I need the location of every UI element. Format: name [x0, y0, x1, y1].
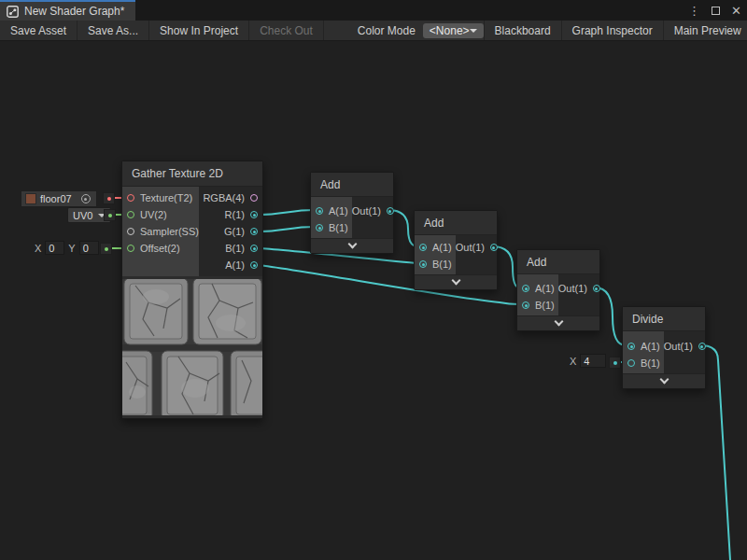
- port-a-input[interactable]: [419, 244, 427, 251]
- node-gather-texture-2d[interactable]: Gather Texture 2D Texture(T2) UV(2) Samp…: [121, 161, 263, 419]
- node-add-2[interactable]: Add A(1) B(1) Out(1): [414, 210, 498, 290]
- port-out-output[interactable]: [490, 244, 498, 251]
- check-out-button: Check Out: [249, 21, 324, 40]
- port-b-input[interactable]: [522, 301, 529, 309]
- divisor-float-widget: X 4: [566, 354, 606, 368]
- tab-bar: New Shader Graph* ⋮ ✕: [0, 0, 747, 21]
- shader-graph-canvas[interactable]: floor07 UV0 X 0 Y 0 X 4 Gather Texture 2…: [0, 0, 747, 560]
- save-asset-button[interactable]: Save Asset: [0, 21, 78, 40]
- preview-toggle[interactable]: [415, 274, 497, 289]
- port-out-output[interactable]: [698, 343, 706, 350]
- port-sampler-input[interactable]: [127, 228, 134, 235]
- port-b-input[interactable]: [316, 224, 323, 231]
- chevron-down-icon: [347, 240, 357, 249]
- node-divide[interactable]: Divide A(1) B(1) Out(1): [622, 306, 706, 389]
- port-a-input[interactable]: [316, 207, 323, 215]
- texture-asset-widget[interactable]: floor07: [21, 190, 97, 207]
- shader-graph-icon: [7, 6, 19, 18]
- offset-y-field[interactable]: 0: [79, 241, 99, 255]
- port-uv-input[interactable]: [127, 211, 134, 218]
- offset-vector2-widget: X 0 Y 0: [31, 241, 99, 255]
- graph-inspector-button[interactable]: Graph Inspector: [561, 21, 663, 40]
- color-mode-label: Color Mode: [350, 21, 423, 40]
- node-title[interactable]: Divide: [623, 307, 705, 331]
- save-as-button[interactable]: Save As...: [78, 21, 149, 40]
- port-rgba-output[interactable]: [250, 194, 258, 202]
- node-title[interactable]: Gather Texture 2D: [122, 161, 262, 187]
- edge-g-add1b[interactable]: [259, 227, 314, 231]
- offset-x-label: X: [35, 243, 41, 254]
- port-r-output[interactable]: [250, 211, 258, 218]
- texture-asset-name: floor07: [40, 193, 72, 204]
- object-picker-icon[interactable]: [81, 194, 91, 203]
- port-b-input[interactable]: [419, 260, 427, 268]
- uv-channel-value: UV0: [73, 210, 92, 221]
- more-options-icon[interactable]: ⋮: [688, 4, 700, 18]
- offset-connector[interactable]: [100, 243, 112, 255]
- color-mode-dropdown[interactable]: <None>: [423, 23, 484, 38]
- port-a-input[interactable]: [627, 343, 635, 350]
- texture-connector[interactable]: [103, 192, 115, 204]
- node-title[interactable]: Add: [517, 250, 599, 274]
- port-g-output[interactable]: [250, 228, 258, 235]
- port-out-output[interactable]: [387, 207, 394, 215]
- edge-layer: [0, 0, 747, 560]
- node-title[interactable]: Add: [415, 211, 497, 235]
- port-a-output[interactable]: [250, 261, 258, 269]
- tab-title: New Shader Graph*: [24, 5, 124, 18]
- color-mode-value: <None>: [430, 24, 470, 37]
- divisor-field[interactable]: 4: [580, 354, 606, 368]
- toolbar: Save Asset Save As... Show In Project Ch…: [0, 21, 747, 41]
- close-icon[interactable]: ✕: [731, 4, 741, 18]
- chevron-down-icon: [470, 29, 477, 33]
- chevron-down-icon: [554, 317, 563, 327]
- window-chrome: New Shader Graph* ⋮ ✕ Save Asset Save As…: [0, 0, 747, 41]
- offset-x-field[interactable]: 0: [45, 241, 64, 255]
- port-offset-input[interactable]: [127, 245, 134, 252]
- uv-connector[interactable]: [104, 209, 116, 221]
- node-title[interactable]: Add: [311, 173, 393, 197]
- chevron-down-icon: [451, 276, 460, 286]
- texture-preview: [122, 276, 262, 418]
- divisor-x-label: X: [570, 356, 576, 367]
- preview-toggle[interactable]: [623, 373, 705, 388]
- preview-toggle[interactable]: [311, 238, 393, 253]
- tab-shader-graph[interactable]: New Shader Graph*: [0, 0, 135, 21]
- blackboard-button[interactable]: Blackboard: [484, 21, 561, 40]
- port-out-output[interactable]: [593, 285, 600, 292]
- edge-r-add1a[interactable]: [259, 210, 314, 215]
- port-b-output[interactable]: [250, 245, 258, 252]
- divisor-connector[interactable]: [609, 357, 621, 369]
- preview-toggle[interactable]: [517, 315, 599, 330]
- node-add-1[interactable]: Add A(1) B(1) Out(1): [310, 172, 394, 254]
- port-texture-input[interactable]: [127, 194, 134, 202]
- port-a-input[interactable]: [522, 285, 529, 292]
- texture-thumbnail: [25, 193, 36, 204]
- main-preview-button[interactable]: Main Preview: [663, 21, 747, 40]
- offset-y-label: Y: [68, 243, 75, 254]
- show-in-project-button[interactable]: Show In Project: [149, 21, 249, 40]
- port-b-input[interactable]: [627, 359, 635, 367]
- chevron-down-icon: [659, 375, 669, 385]
- maximize-icon[interactable]: [712, 7, 720, 15]
- node-add-3[interactable]: Add A(1) B(1) Out(1): [516, 249, 600, 331]
